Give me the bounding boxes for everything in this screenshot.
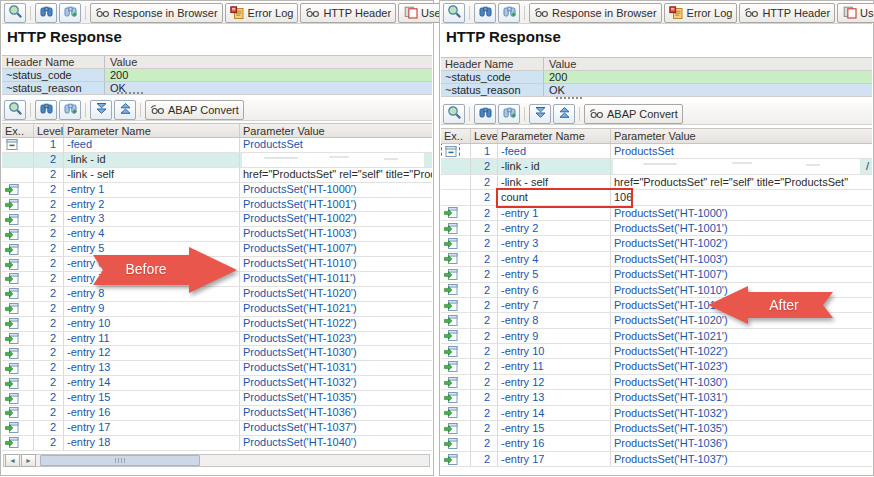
find-button[interactable]: [35, 3, 57, 23]
expand-node-icon[interactable]: [443, 298, 458, 312]
display-search-button[interactable]: [443, 104, 465, 124]
collapse-all-button[interactable]: [114, 100, 136, 120]
expand-node-icon[interactable]: [4, 242, 19, 256]
tree-row-feed[interactable]: 1-feedProductsSet: [441, 144, 872, 159]
tree-row-link-self[interactable]: 2-link - selfhref="ProductsSet" rel="sel…: [441, 175, 872, 190]
http-table-row[interactable]: ~status_code200: [2, 69, 432, 82]
http-table-row[interactable]: ~status_code200: [441, 71, 872, 84]
tree-row-entry-1[interactable]: 2-entry 1ProductsSet('HT-1000'): [441, 206, 872, 221]
find-button[interactable]: [35, 100, 57, 120]
tree-row-entry-11[interactable]: 2-entry 11ProductsSet('HT-1023'): [441, 359, 872, 374]
expand-node-icon[interactable]: [443, 267, 458, 281]
tree-row-entry-1[interactable]: 2-entry 1ProductsSet('HT-1000'): [2, 183, 432, 198]
expand-node-icon[interactable]: [443, 390, 458, 404]
tree-row-entry-17[interactable]: 2-entry 17ProductsSet('HT-1037'): [441, 452, 872, 467]
scroll-right-button[interactable]: ►: [21, 454, 36, 467]
expand-node-icon[interactable]: [4, 227, 19, 241]
tree-row-entry-15[interactable]: 2-entry 15ProductsSet('HT-1035'): [441, 421, 872, 436]
collapse-node-icon[interactable]: [4, 138, 19, 152]
find-next-button[interactable]: [59, 3, 81, 23]
expand-all-button[interactable]: [529, 104, 551, 124]
tree-row-entry-9[interactable]: 2-entry 9ProductsSet('HT-1021'): [441, 329, 872, 344]
tree-row-entry-16[interactable]: 2-entry 16ProductsSet('HT-1036'): [441, 436, 872, 451]
tree-row-entry-17[interactable]: 2-entry 17ProductsSet('HT-1037'): [2, 421, 432, 436]
tree-row-entry-5[interactable]: 2-entry 5ProductsSet('HT-1007'): [441, 267, 872, 282]
expand-node-icon[interactable]: [4, 212, 19, 226]
tree-row-entry-10[interactable]: 2-entry 10ProductsSet('HT-1022'): [2, 317, 432, 332]
tree-row-entry-10[interactable]: 2-entry 10ProductsSet('HT-1022'): [441, 344, 872, 359]
expand-node-icon[interactable]: [443, 236, 458, 250]
feed-icon-focus-box[interactable]: [443, 144, 458, 158]
expand-node-icon[interactable]: [4, 406, 19, 420]
tree-row-entry-15[interactable]: 2-entry 15ProductsSet('HT-1035'): [2, 391, 432, 406]
expand-node-icon[interactable]: [443, 436, 458, 450]
expand-node-icon[interactable]: [4, 272, 19, 286]
display-search-button[interactable]: [4, 3, 26, 23]
expand-node-icon[interactable]: [4, 183, 19, 197]
error-log-button[interactable]: Error Log: [225, 3, 299, 23]
abap-convert-button[interactable]: ABAP Convert: [145, 100, 244, 120]
tree-row-entry-16[interactable]: 2-entry 16ProductsSet('HT-1036'): [2, 406, 432, 421]
http-table-row[interactable]: ~status_reasonOK: [441, 84, 872, 97]
expand-node-icon[interactable]: [4, 346, 19, 360]
expand-node-icon[interactable]: [443, 221, 458, 235]
response-in-browser-button[interactable]: Response in Browser: [90, 3, 223, 23]
expand-node-icon[interactable]: [4, 436, 19, 450]
tree-row-feed[interactable]: 1-feedProductsSet: [2, 138, 432, 153]
expand-node-icon[interactable]: [443, 329, 458, 343]
expand-node-icon[interactable]: [4, 198, 19, 212]
find-next-button[interactable]: [59, 100, 81, 120]
tree-row-entry-12[interactable]: 2-entry 12ProductsSet('HT-1030'): [441, 375, 872, 390]
expand-node-icon[interactable]: [443, 206, 458, 220]
http-table-row[interactable]: ~status_reasonOK: [2, 82, 432, 95]
find-button[interactable]: [474, 104, 496, 124]
tree-row-entry-2[interactable]: 2-entry 2ProductsSet('HT-1001'): [441, 221, 872, 236]
splitter-handle[interactable]: [556, 97, 582, 99]
scrollbar-thumb[interactable]: [40, 455, 200, 466]
expand-node-icon[interactable]: [4, 391, 19, 405]
expand-node-icon[interactable]: [443, 375, 458, 389]
expand-node-icon[interactable]: [4, 376, 19, 390]
tree-row-link-id[interactable]: 2-link - id: [2, 153, 432, 168]
expand-node-icon[interactable]: [443, 406, 458, 420]
splitter-handle[interactable]: [117, 92, 143, 94]
expand-node-icon[interactable]: [4, 317, 19, 331]
tree-row-entry-2[interactable]: 2-entry 2ProductsSet('HT-1001'): [2, 198, 432, 213]
expand-node-icon[interactable]: [443, 313, 458, 327]
expand-node-icon[interactable]: [4, 302, 19, 316]
tree-row-count[interactable]: 2count106: [441, 190, 872, 205]
expand-node-icon[interactable]: [4, 257, 19, 271]
expand-node-icon[interactable]: [4, 421, 19, 435]
expand-node-icon[interactable]: [4, 361, 19, 375]
response-in-browser-button[interactable]: Response in Browser: [529, 3, 662, 23]
tree-row-entry-12[interactable]: 2-entry 12ProductsSet('HT-1030'): [2, 346, 432, 361]
http-header-button[interactable]: HTTP Header: [300, 3, 396, 23]
expand-node-icon[interactable]: [443, 452, 458, 466]
expand-all-button[interactable]: [90, 100, 112, 120]
find-next-button[interactable]: [498, 3, 520, 23]
expand-node-icon[interactable]: [443, 283, 458, 297]
tree-row-entry-11[interactable]: 2-entry 11ProductsSet('HT-1023'): [2, 332, 432, 347]
tree-row-entry-18[interactable]: 2-entry 18ProductsSet('HT-1040'): [2, 436, 432, 451]
tree-row-entry-9[interactable]: 2-entry 9ProductsSet('HT-1021'): [2, 302, 432, 317]
expand-node-icon[interactable]: [443, 359, 458, 373]
expand-node-icon[interactable]: [4, 287, 19, 301]
abap-convert-button[interactable]: ABAP Convert: [584, 104, 683, 124]
display-search-button[interactable]: [4, 100, 26, 120]
horizontal-scrollbar[interactable]: ◄►: [3, 454, 430, 467]
expand-node-icon[interactable]: [443, 421, 458, 435]
tree-row-entry-14[interactable]: 2-entry 14ProductsSet('HT-1032'): [2, 376, 432, 391]
expand-node-icon[interactable]: [4, 332, 19, 346]
tree-row-entry-13[interactable]: 2-entry 13ProductsSet('HT-1031'): [441, 390, 872, 405]
tree-row-entry-3[interactable]: 2-entry 3ProductsSet('HT-1002'): [441, 236, 872, 251]
tree-row-entry-3[interactable]: 2-entry 3ProductsSet('HT-1002'): [2, 212, 432, 227]
display-search-button[interactable]: [443, 3, 465, 23]
collapse-all-button[interactable]: [553, 104, 575, 124]
tree-row-link-id[interactable]: 2-link - id/: [441, 159, 872, 174]
use-as-request-button[interactable]: Use as Request: [837, 3, 874, 23]
tree-row-link-self[interactable]: 2-link - selfhref="ProductsSet" rel="sel…: [2, 168, 432, 183]
expand-node-icon[interactable]: [443, 344, 458, 358]
tree-row-entry-14[interactable]: 2-entry 14ProductsSet('HT-1032'): [441, 406, 872, 421]
http-header-button[interactable]: HTTP Header: [739, 3, 835, 23]
tree-row-entry-4[interactable]: 2-entry 4ProductsSet('HT-1003'): [2, 227, 432, 242]
